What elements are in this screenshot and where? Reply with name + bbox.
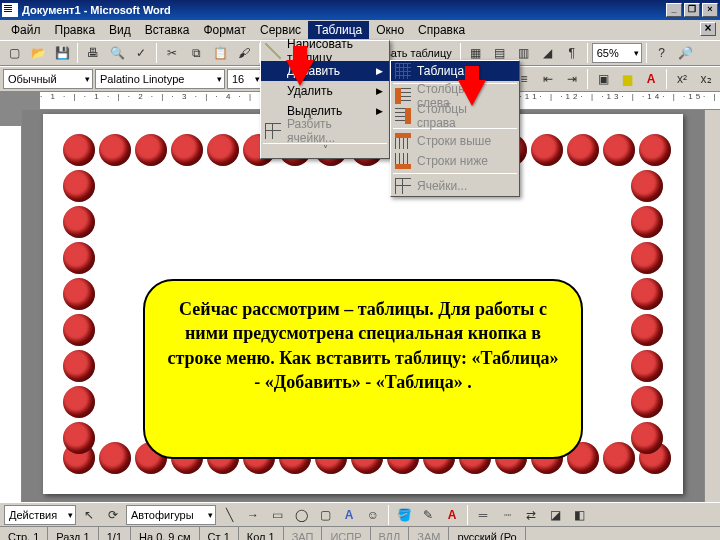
title-bar: Документ1 - Microsoft Word _ ❐ × [0, 0, 720, 20]
menu-split-cells[interactable]: Разбить ячейки... [261, 121, 389, 141]
vertical-scrollbar[interactable] [704, 110, 720, 502]
status-rec[interactable]: ЗАП [284, 527, 323, 540]
textbox-icon[interactable]: ▢ [314, 504, 336, 526]
open-icon[interactable]: 📂 [27, 42, 49, 64]
style-combo[interactable]: Обычный [3, 69, 93, 89]
add-submenu: Таблица... Столбцы слева Столбцы справа … [390, 60, 520, 197]
doc-close-button[interactable]: × [700, 22, 716, 36]
close-button[interactable]: × [702, 3, 718, 17]
cells-icon [395, 178, 411, 194]
drawing-toolbar: Действия ↖ ⟳ Автофигуры ╲ → ▭ ◯ ▢ A ☺ 🪣 … [0, 502, 720, 526]
submenu-arrow-icon: ▶ [376, 86, 383, 96]
status-ext[interactable]: ВДЛ [371, 527, 410, 540]
submenu-cols-right[interactable]: Столбцы справа [391, 106, 519, 126]
docmap-icon[interactable]: ¶ [561, 42, 583, 64]
fill-color-icon[interactable]: 🪣 [393, 504, 415, 526]
copy-icon[interactable]: ⧉ [185, 42, 207, 64]
menu-format[interactable]: Формат [196, 21, 253, 39]
rectangle-icon[interactable]: ▭ [266, 504, 288, 526]
status-line: Ст 1 [200, 527, 239, 540]
menu-window[interactable]: Окно [369, 21, 411, 39]
drawing-icon[interactable]: ◢ [537, 42, 559, 64]
help-icon[interactable]: ? [651, 42, 673, 64]
status-col: Кол 1 [239, 527, 284, 540]
menu-draw-table[interactable]: Нарисовать таблицу [261, 41, 389, 61]
menu-file[interactable]: Файл [4, 21, 48, 39]
submenu-rows-above[interactable]: Строки выше [391, 131, 519, 151]
line-color-icon[interactable]: ✎ [417, 504, 439, 526]
save-icon[interactable]: 💾 [51, 42, 73, 64]
window-title: Документ1 - Microsoft Word [22, 4, 666, 16]
rows-above-icon [395, 133, 411, 149]
shadow-icon[interactable]: ◪ [544, 504, 566, 526]
menu-add[interactable]: Добавить ▶ [261, 61, 389, 81]
text-color-icon[interactable]: A [441, 504, 463, 526]
red-arrow-left [286, 60, 314, 86]
rows-below-icon [395, 153, 411, 169]
word-icon [2, 3, 18, 17]
status-at: На 0, 9 см [131, 527, 200, 540]
menu-view[interactable]: Вид [102, 21, 138, 39]
menu-help[interactable]: Справка [411, 21, 472, 39]
superscript-icon[interactable]: x² [671, 68, 693, 90]
submenu-arrow-icon: ▶ [376, 66, 383, 76]
submenu-rows-below[interactable]: Строки ниже [391, 151, 519, 171]
split-cells-icon [265, 123, 281, 139]
minimize-button[interactable]: _ [666, 3, 682, 17]
table-icon [395, 63, 411, 79]
subscript-icon[interactable]: x₂ [695, 68, 717, 90]
print-icon[interactable]: 🖶 [82, 42, 104, 64]
spellcheck-icon[interactable]: ✓ [130, 42, 152, 64]
red-arrow-right [458, 80, 486, 106]
pencil-icon [265, 43, 281, 59]
borders-icon[interactable]: ▣ [592, 68, 614, 90]
cols-left-icon [395, 88, 411, 104]
select-objects-icon[interactable]: ↖ [78, 504, 100, 526]
status-section: Разд 1 [48, 527, 98, 540]
arrow-style-icon[interactable]: ⇄ [520, 504, 542, 526]
size-combo[interactable]: 16 [227, 69, 263, 89]
zoom-combo[interactable]: 65% [592, 43, 642, 63]
menu-edit[interactable]: Правка [48, 21, 103, 39]
line-style-icon[interactable]: ═ [472, 504, 494, 526]
vertical-ruler[interactable] [0, 110, 22, 502]
oval-icon[interactable]: ◯ [290, 504, 312, 526]
status-ovr[interactable]: ЗАМ [409, 527, 449, 540]
dash-style-icon[interactable]: ┈ [496, 504, 518, 526]
wordart-icon[interactable]: A [338, 504, 360, 526]
status-page: Стр. 1 [0, 527, 48, 540]
submenu-cells[interactable]: Ячейки... [391, 176, 519, 196]
line-icon[interactable]: ╲ [218, 504, 240, 526]
font-color-icon[interactable]: A [640, 68, 662, 90]
indent-icon[interactable]: ⇥ [561, 68, 583, 90]
cols-right-icon [395, 108, 411, 124]
table-menu-dropdown: Нарисовать таблицу Добавить ▶ Удалить ▶ … [260, 40, 390, 159]
preview-icon[interactable]: 🔍 [106, 42, 128, 64]
menu-insert[interactable]: Вставка [138, 21, 197, 39]
menu-delete[interactable]: Удалить ▶ [261, 81, 389, 101]
page[interactable]: Сейчас рассмотрим – таблицы. Для работы … [43, 114, 683, 494]
restore-button[interactable]: ❐ [684, 3, 700, 17]
cut-icon[interactable]: ✂ [161, 42, 183, 64]
font-combo[interactable]: Palatino Linotype [95, 69, 225, 89]
outdent-icon[interactable]: ⇤ [537, 68, 559, 90]
expand-menu-icon[interactable]: ˅ [261, 146, 389, 158]
document-area: Сейчас рассмотрим – таблицы. Для работы … [0, 110, 720, 502]
actions-menu[interactable]: Действия [4, 505, 76, 525]
status-pages: 1/1 [99, 527, 131, 540]
format-painter-icon[interactable]: 🖌 [233, 42, 255, 64]
highlight-icon[interactable]: ▆ [616, 68, 638, 90]
rotate-icon[interactable]: ⟳ [102, 504, 124, 526]
arrow-icon[interactable]: → [242, 504, 264, 526]
paste-icon[interactable]: 📋 [209, 42, 231, 64]
status-trk[interactable]: ИСПР [322, 527, 370, 540]
3d-icon[interactable]: ◧ [568, 504, 590, 526]
callout-box: Сейчас рассмотрим – таблицы. Для работы … [143, 279, 583, 459]
submenu-arrow-icon: ▶ [376, 106, 383, 116]
submenu-table[interactable]: Таблица... [391, 61, 519, 81]
autoshapes-menu[interactable]: Автофигуры [126, 505, 216, 525]
find-icon[interactable]: 🔎 [675, 42, 697, 64]
status-lang[interactable]: русский (Ро [449, 527, 525, 540]
clipart-icon[interactable]: ☺ [362, 504, 384, 526]
new-doc-icon[interactable]: ▢ [3, 42, 25, 64]
